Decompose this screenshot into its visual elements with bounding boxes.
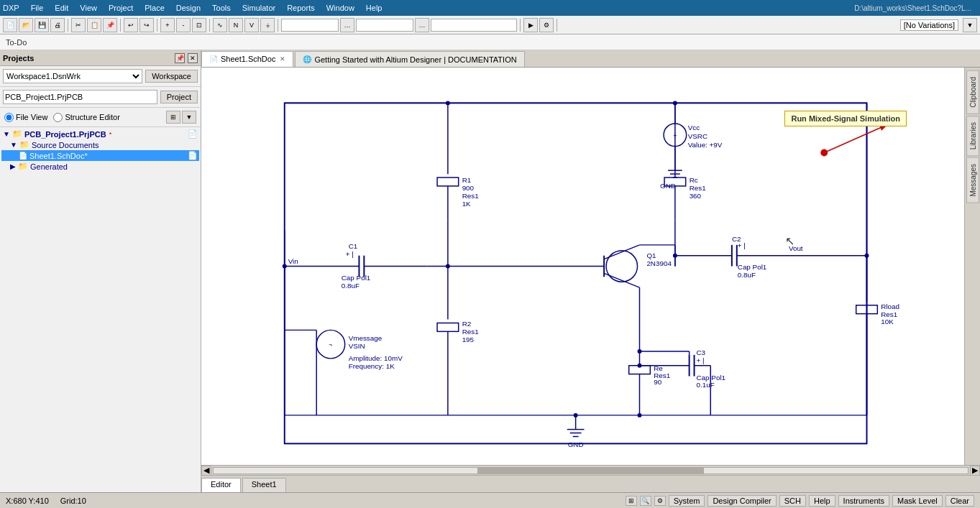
svg-text:Value: +9V: Value: +9V xyxy=(688,141,723,149)
menu-reports[interactable]: Reports xyxy=(287,4,315,12)
status-design-compiler[interactable]: Design Compiler xyxy=(707,495,776,507)
svg-text:C1: C1 xyxy=(349,242,358,250)
status-clear[interactable]: Clear xyxy=(945,495,974,507)
svg-text:Res1: Res1 xyxy=(690,184,706,192)
status-grid: Grid:10 xyxy=(60,497,86,505)
tb-undo[interactable]: ↩ xyxy=(124,18,138,32)
editor-tab-editor[interactable]: Editor xyxy=(201,478,241,492)
menu-file[interactable]: File xyxy=(31,4,44,12)
status-bar: X:680 Y:410 Grid:10 ⊞ 🔍 ⚙ System Design … xyxy=(0,492,980,508)
tb-more[interactable]: … xyxy=(415,18,429,32)
menu-help[interactable]: Help xyxy=(366,4,383,12)
svg-point-112 xyxy=(673,254,677,258)
scroll-thumb[interactable] xyxy=(477,468,704,474)
status-left: X:680 Y:410 Grid:10 xyxy=(6,497,86,505)
rs-tab-messages[interactable]: Messages xyxy=(966,157,979,203)
tb-wire[interactable]: ∿ xyxy=(213,18,227,32)
status-icon-2[interactable]: 🔍 xyxy=(640,496,651,506)
sep5 xyxy=(278,19,278,32)
tb-settings[interactable]: ⚙ xyxy=(539,18,554,32)
toolbar-search-3[interactable] xyxy=(431,19,517,32)
panel-pin[interactable]: 📌 xyxy=(175,53,185,63)
status-mask-level[interactable]: Mask Level xyxy=(892,495,943,507)
menu-view[interactable]: View xyxy=(80,4,97,12)
fv-icon-2[interactable]: ▼ xyxy=(182,111,196,124)
menu-design[interactable]: Design xyxy=(176,4,201,12)
status-system[interactable]: System xyxy=(669,495,705,507)
svg-text:Vmessage: Vmessage xyxy=(349,334,383,342)
scroll-right-btn[interactable]: ▶ xyxy=(970,466,980,476)
h-scrollbar[interactable]: ◀ ▶ xyxy=(201,465,980,475)
scroll-track[interactable] xyxy=(213,467,968,474)
tb-zoom-fit[interactable]: ⊡ xyxy=(192,18,206,32)
status-icon-3[interactable]: ⚙ xyxy=(654,496,666,506)
tb-new[interactable]: 📄 xyxy=(3,18,17,32)
tb-power[interactable]: V xyxy=(244,18,259,32)
tab-sheet1[interactable]: 📄 Sheet1.SchDoc ✕ xyxy=(201,51,293,67)
sep7 xyxy=(557,19,557,32)
workspace-select[interactable]: Workspace1.DsnWrk xyxy=(3,69,142,83)
status-instruments[interactable]: Instruments xyxy=(838,495,889,507)
workspace-button[interactable]: Workspace xyxy=(145,70,198,83)
tb-zoom-in[interactable]: + xyxy=(160,18,175,32)
fileview-radio[interactable] xyxy=(4,113,14,122)
menu-dxp[interactable]: DXP xyxy=(3,4,19,12)
svg-text:VSIN: VSIN xyxy=(349,342,365,350)
status-sch[interactable]: SCH xyxy=(779,495,806,507)
tb-variations-more[interactable]: ▼ xyxy=(963,18,977,32)
tree-item-generated[interactable]: ▶ 📁 Generated xyxy=(1,161,199,172)
toolbar-search-1[interactable] xyxy=(281,19,339,32)
schematic-canvas[interactable]: + Vcc VSRC Value: +9V GND xyxy=(201,68,964,465)
status-coords: X:680 Y:410 xyxy=(6,497,49,505)
menu-place[interactable]: Place xyxy=(145,4,165,12)
structure-radio-label[interactable]: Structure Editor xyxy=(53,113,119,122)
editor-tabs: Editor Sheet1 xyxy=(201,475,980,492)
svg-text:↖: ↖ xyxy=(785,235,794,247)
menu-tools[interactable]: Tools xyxy=(212,4,231,12)
tab-sheet1-close[interactable]: ✕ xyxy=(280,55,285,63)
status-icon-1[interactable]: ⊞ xyxy=(626,496,637,506)
tb-print[interactable]: 🖨 xyxy=(50,18,65,32)
fv-icon-1[interactable]: ⊞ xyxy=(166,111,180,124)
menu-simulator[interactable]: Simulator xyxy=(242,4,275,12)
title-bar: DXP File Edit View Project Place Design … xyxy=(0,0,980,16)
project-button[interactable]: Project xyxy=(160,91,198,103)
sep2 xyxy=(120,19,121,32)
tab-docs[interactable]: 🌐 Getting Started with Altium Designer |… xyxy=(295,51,524,67)
tb-copy[interactable]: 📋 xyxy=(87,18,101,32)
right-sidebar: Clipboard Libraries Messages xyxy=(964,68,980,465)
svg-text:GND: GND xyxy=(568,440,584,448)
tb-compile[interactable]: ▶ xyxy=(523,18,538,32)
editor-tab-sheet1[interactable]: Sheet1 xyxy=(242,478,286,492)
project-input[interactable] xyxy=(3,90,157,104)
tb-gnd[interactable]: ⏚ xyxy=(260,18,275,32)
tb-dots[interactable]: … xyxy=(340,18,354,32)
fileview-radio-label[interactable]: File View xyxy=(4,113,47,122)
rs-tab-libraries[interactable]: Libraries xyxy=(966,116,979,156)
menu-edit[interactable]: Edit xyxy=(55,4,68,12)
panel-header: Projects 📌 ✕ xyxy=(0,50,201,66)
tree-item-sheet1[interactable]: 📄 Sheet1.SchDoc * 📄 xyxy=(1,150,199,161)
status-help[interactable]: Help xyxy=(809,495,835,507)
menu-window[interactable]: Window xyxy=(326,4,354,12)
panel-close[interactable]: ✕ xyxy=(188,53,198,63)
sep1 xyxy=(68,19,68,32)
tree-expand-generated: ▶ xyxy=(10,162,16,170)
svg-text:R2: R2 xyxy=(462,320,472,328)
tb-redo[interactable]: ↪ xyxy=(139,18,154,32)
tb-zoom-out[interactable]: - xyxy=(176,18,191,32)
tb-cut[interactable]: ✂ xyxy=(71,18,86,32)
menu-project[interactable]: Project xyxy=(109,4,133,12)
tb-net[interactable]: N xyxy=(229,18,243,32)
content-area: 📄 Sheet1.SchDoc ✕ 🌐 Getting Started with… xyxy=(201,50,980,492)
scroll-left-btn[interactable]: ◀ xyxy=(201,466,211,476)
tree-item-source-docs[interactable]: ▼ 📁 Source Documents xyxy=(1,139,199,150)
rs-tab-clipboard[interactable]: Clipboard xyxy=(966,70,979,114)
tb-save[interactable]: 💾 xyxy=(35,18,49,32)
tb-open[interactable]: 📂 xyxy=(19,18,33,32)
tb-paste[interactable]: 📌 xyxy=(103,18,117,32)
structure-radio[interactable] xyxy=(53,113,63,122)
toolbar-search-2[interactable] xyxy=(356,19,413,32)
path-display: D:\altium_works\Sheet1.SchDoc?L... xyxy=(854,4,971,12)
tree-item-pcbproject[interactable]: ▼ 📁 PCB_Project1.PrjPCB * 📄 xyxy=(1,129,199,139)
